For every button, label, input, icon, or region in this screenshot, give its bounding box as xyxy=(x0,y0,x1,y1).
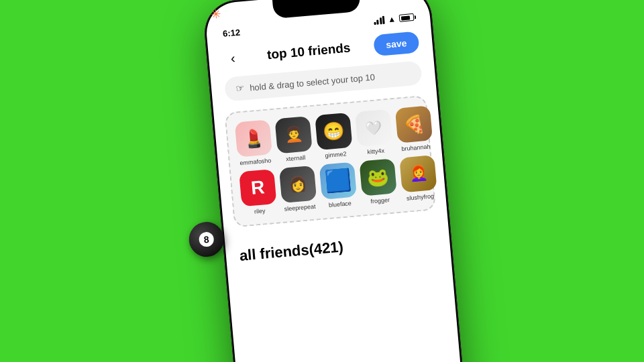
phone-wrapper: 8 ✳ 6:12 ▲ ‹ top xyxy=(202,0,469,362)
friend-name-kitty4x: kitty4x xyxy=(367,147,384,156)
friend-avatar-riley: R xyxy=(239,169,276,206)
save-button[interactable]: save xyxy=(373,31,420,56)
friend-item-riley[interactable]: R riley xyxy=(239,169,278,216)
friend-item-gimme2[interactable]: 😁 gimme2 xyxy=(315,113,354,160)
all-friends-count: (421) xyxy=(308,238,343,257)
all-friends-label: all friends xyxy=(239,241,310,264)
eight-ball-number: 8 xyxy=(199,232,215,248)
friend-avatar-frogger: 🐸 xyxy=(359,158,396,196)
wifi-icon: ▲ xyxy=(388,14,396,24)
friend-item-xternall[interactable]: 🧑‍🦱 xternall xyxy=(274,116,313,163)
avatar-emoji-kitty4x: 🤍 xyxy=(355,109,392,147)
hand-icon: ☞ xyxy=(235,82,245,94)
friend-name-frogger: frogger xyxy=(370,196,390,204)
friend-item-sleeprepeat[interactable]: 👩 sleeprepeat xyxy=(279,166,318,213)
avatar-emoji-slushyfrog: 👩‍🦰 xyxy=(399,155,437,192)
friend-avatar-emmafosho: 💄 xyxy=(235,119,272,157)
top-friends-section: 💄 emmafosho 🧑‍🦱 xternall 😁 xyxy=(224,95,436,228)
friend-name-bruhannah: bruhannah xyxy=(401,143,431,153)
phone-screen: 6:12 ▲ ‹ top 10 friends save xyxy=(204,0,466,362)
status-icons: ▲ xyxy=(373,12,414,25)
friend-item-bruhannah[interactable]: 🍕 bruhannah xyxy=(395,105,434,152)
status-time: 6:12 xyxy=(222,27,240,39)
friend-name-gimme2: gimme2 xyxy=(325,150,347,159)
friend-item-kitty4x[interactable]: 🤍 kitty4x xyxy=(355,109,394,156)
star-decoration: ✳ xyxy=(211,7,222,22)
friend-item-slushyfrog[interactable]: 👩‍🦰 slushyfrog xyxy=(399,155,438,202)
friend-avatar-blueface: 🟦 xyxy=(319,162,357,200)
friend-item-frogger[interactable]: 🐸 frogger xyxy=(359,158,398,205)
friends-grid: 💄 emmafosho 🧑‍🦱 xternall 😁 xyxy=(235,107,426,216)
page-title: top 10 friends xyxy=(243,38,374,64)
friend-avatar-gimme2: 😁 xyxy=(315,113,352,150)
all-friends-title: all friends(421) xyxy=(239,238,344,263)
friend-name-xternall: xternall xyxy=(286,154,306,162)
avatar-emoji-bruhannah: 🍕 xyxy=(395,105,433,143)
phone-frame: 6:12 ▲ ‹ top 10 friends save xyxy=(202,0,469,362)
avatar-emoji-emmafosho: 💄 xyxy=(235,119,272,157)
back-button[interactable]: ‹ xyxy=(221,46,245,70)
avatar-emoji-frogger: 🐸 xyxy=(359,158,396,196)
friend-item-emmafosho[interactable]: 💄 emmafosho xyxy=(235,119,274,166)
all-friends-section: all friends(421) xyxy=(225,220,451,273)
friend-avatar-kitty4x: 🤍 xyxy=(355,109,392,147)
avatar-emoji-sleeprepeat: 👩 xyxy=(279,166,317,203)
battery-icon xyxy=(399,13,415,22)
friend-avatar-sleeprepeat: 👩 xyxy=(279,166,317,203)
friend-item-blueface[interactable]: 🟦 blueface xyxy=(319,162,358,209)
signal-icon xyxy=(373,15,384,24)
hint-text: hold & drag to select your top 10 xyxy=(250,72,376,93)
friend-name-blueface: blueface xyxy=(328,200,352,208)
friend-name-riley: riley xyxy=(254,207,266,215)
friend-name-slushyfrog: slushyfrog xyxy=(407,192,435,202)
avatar-emoji-xternall: 🧑‍🦱 xyxy=(274,116,312,154)
avatar-emoji-gimme2: 😁 xyxy=(315,113,352,150)
friend-avatar-bruhannah: 🍕 xyxy=(395,105,433,143)
friend-avatar-slushyfrog: 👩‍🦰 xyxy=(399,155,437,192)
friend-name-sleeprepeat: sleeprepeat xyxy=(284,203,316,213)
friend-name-emmafosho: emmafosho xyxy=(239,157,272,166)
friend-avatar-xternall: 🧑‍🦱 xyxy=(274,116,312,154)
avatar-emoji-blueface: 🟦 xyxy=(319,162,357,200)
